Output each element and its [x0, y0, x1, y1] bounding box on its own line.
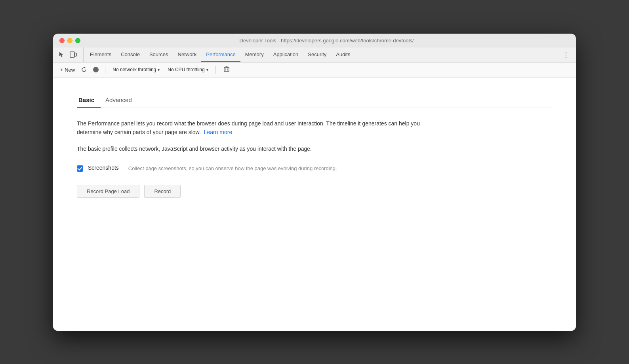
- record-button[interactable]: Record: [144, 185, 181, 198]
- tab-performance[interactable]: Performance: [201, 47, 240, 62]
- svg-rect-2: [224, 67, 229, 72]
- more-tabs-icon[interactable]: ⋮: [559, 50, 573, 59]
- screenshots-checkbox[interactable]: [77, 165, 83, 172]
- network-throttle-arrow: ▾: [158, 68, 160, 72]
- record-dot-icon: [93, 67, 99, 72]
- screenshots-checkbox-wrapper: [77, 165, 83, 172]
- cpu-throttle-label: No CPU throttling: [168, 67, 204, 72]
- toolbar-separator-1: [105, 66, 105, 74]
- window-title: Developer Tools - https://developers.goo…: [84, 38, 570, 44]
- record-page-load-button[interactable]: Record Page Load: [77, 185, 139, 198]
- tab-elements[interactable]: Elements: [85, 47, 116, 62]
- devtools-window: Developer Tools - https://developers.goo…: [53, 34, 576, 331]
- description-1: The Performance panel lets you record wh…: [77, 119, 433, 137]
- svg-rect-1: [75, 53, 76, 56]
- svg-rect-0: [70, 52, 74, 57]
- tabs-list: Elements Console Sources Network Perform…: [85, 47, 559, 62]
- tab-sources[interactable]: Sources: [145, 47, 173, 62]
- screenshots-row: Screenshots Collect page screenshots, so…: [77, 165, 552, 173]
- clear-button[interactable]: [221, 64, 232, 75]
- screenshots-description: Collect page screenshots, so you can obs…: [128, 165, 337, 173]
- tab-bar: Elements Console Sources Network Perform…: [53, 47, 576, 63]
- network-throttle-label: No network throttling: [112, 67, 156, 72]
- performance-toolbar: + New No network throttling ▾ No CPU thr…: [53, 63, 576, 78]
- tab-application[interactable]: Application: [269, 47, 303, 62]
- minimize-button[interactable]: [67, 38, 72, 43]
- close-button[interactable]: [59, 38, 65, 43]
- device-toggle-icon[interactable]: [68, 49, 78, 60]
- tab-icon-group: [56, 47, 84, 62]
- maximize-button[interactable]: [75, 38, 80, 43]
- tab-console[interactable]: Console: [116, 47, 145, 62]
- content-tab-basic[interactable]: Basic: [77, 93, 101, 108]
- cpu-throttle-dropdown[interactable]: No CPU throttling ▾: [164, 65, 211, 74]
- description-2: The basic profile collects network, Java…: [77, 144, 433, 153]
- tab-security[interactable]: Security: [303, 47, 331, 62]
- reload-button[interactable]: [79, 65, 89, 74]
- new-button[interactable]: + New: [58, 65, 77, 74]
- cursor-icon[interactable]: [56, 49, 67, 60]
- action-buttons: Record Page Load Record: [77, 185, 552, 198]
- learn-more-link[interactable]: Learn more: [204, 129, 233, 135]
- tab-memory[interactable]: Memory: [240, 47, 269, 62]
- tab-audits[interactable]: Audits: [331, 47, 355, 62]
- cpu-throttle-arrow: ▾: [206, 68, 208, 72]
- screenshots-label: Screenshots: [88, 165, 119, 171]
- content-tabs: Basic Advanced: [77, 93, 552, 108]
- content-tab-advanced[interactable]: Advanced: [104, 93, 138, 108]
- record-stop-button[interactable]: [91, 65, 101, 74]
- traffic-lights: [59, 38, 80, 43]
- title-bar: Developer Tools - https://developers.goo…: [53, 34, 576, 47]
- main-content: Basic Advanced The Performance panel let…: [53, 78, 576, 331]
- tab-network[interactable]: Network: [173, 47, 202, 62]
- toolbar-separator-2: [215, 66, 216, 74]
- devtools-body: Elements Console Sources Network Perform…: [53, 47, 576, 331]
- network-throttle-dropdown[interactable]: No network throttling ▾: [109, 65, 163, 74]
